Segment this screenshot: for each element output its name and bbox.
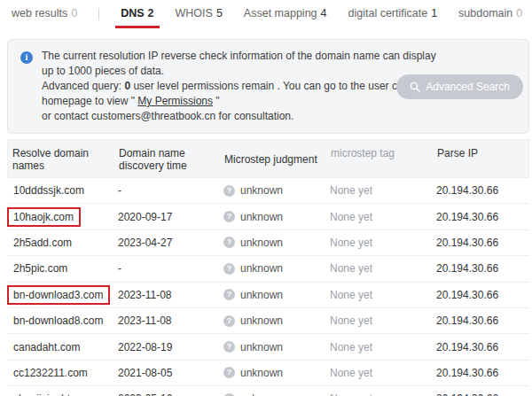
domain-link[interactable]: chaojiqianht.com	[7, 389, 100, 396]
question-mark-icon: ?	[223, 211, 235, 222]
judgment-cell: ?unknown	[223, 314, 330, 327]
tab-web-results[interactable]: web results0	[12, 0, 77, 28]
domain-link[interactable]: bn-download8.com	[7, 311, 110, 330]
my-permissions-link[interactable]: My Permissions	[137, 95, 213, 107]
table-row: 10haojk.com2020-09-17?unknownNone yet20.…	[7, 204, 529, 229]
table-body: 10dddssjk.com-?unknownNone yet20.194.30.…	[7, 178, 529, 396]
judgment-cell: ?unknown	[223, 211, 330, 223]
discovery-date-cell: -	[118, 184, 223, 197]
parse-ip-cell: 20.194.30.66	[436, 392, 529, 396]
parse-ip-cell: 20.194.30.66	[436, 184, 529, 197]
judgment-cell: ?unknown	[223, 392, 330, 396]
tab-label: WHOIS	[176, 7, 213, 19]
tab-count: 0	[71, 7, 77, 19]
notice-box: i The current resolution IP reverse chec…	[7, 39, 529, 134]
judgment-cell: ?unknown	[223, 237, 330, 249]
header-microstep-tag: microstep tag	[331, 147, 437, 172]
judgment-cell: ?unknown	[223, 341, 330, 353]
search-icon	[410, 82, 420, 92]
judgment-label: unknown	[240, 314, 283, 327]
tab-whois[interactable]: WHOIS5	[176, 0, 223, 28]
table-row: canadaht.com2022-08-19?unknownNone yet20…	[7, 334, 529, 360]
advanced-search-label: Advanced Search	[426, 81, 510, 93]
header-resolve-domain-names: Resolve domain names	[12, 147, 119, 172]
microstep-tag-cell: None yet	[330, 367, 436, 379]
dns-results-table: Resolve domain names Domain name discove…	[7, 139, 529, 396]
parse-ip-cell: 20.194.30.66	[436, 314, 529, 327]
domain-cell: chaojiqianht.com	[12, 389, 118, 396]
judgment-label: unknown	[240, 184, 283, 197]
microstep-tag-cell: None yet	[330, 314, 436, 327]
table-row: 10dddssjk.com-?unknownNone yet20.194.30.…	[7, 178, 529, 204]
domain-link-highlight-box[interactable]: bn-download3.com	[7, 285, 110, 305]
tab-count: 0	[516, 7, 522, 19]
discovery-date-cell: 2023-11-08	[118, 314, 223, 327]
header-microstep-judgment: Microstep judgment	[224, 147, 331, 172]
discovery-date-cell: -	[118, 262, 223, 275]
domain-cell: 10dddssjk.com	[12, 181, 118, 200]
notice-line-2: Advanced query: 0 user level permissions…	[42, 79, 440, 109]
domain-cell: 10haojk.com	[12, 207, 118, 227]
discovery-date-cell: 2023-05-16	[118, 392, 223, 396]
domain-cell: 2h5pic.com	[12, 259, 118, 278]
parse-ip-cell: 20.194.30.66	[436, 367, 529, 379]
table-row: 2h5pic.com-?unknownNone yet20.194.30.66	[7, 256, 529, 282]
tab-label: digital certificate	[348, 7, 428, 19]
domain-cell: cc1232211.com	[12, 363, 118, 383]
tab-dns[interactable]: DNS2	[121, 0, 153, 28]
judgment-label: unknown	[240, 367, 283, 379]
microstep-tag-cell: None yet	[330, 341, 436, 353]
domain-link[interactable]: canadaht.com	[7, 338, 87, 357]
tab-label: web results	[12, 7, 67, 19]
domain-link[interactable]: cc1232211.com	[7, 363, 95, 383]
domain-cell: canadaht.com	[12, 338, 118, 357]
table-row: 2h5add.com2023-04-27?unknownNone yet20.1…	[7, 230, 529, 256]
judgment-cell: ?unknown	[223, 262, 330, 275]
judgment-label: unknown	[240, 211, 283, 223]
table-row: cc1232211.com2021-08-05?unknownNone yet2…	[7, 361, 529, 386]
tab-count: 2	[148, 7, 154, 19]
question-mark-icon: ?	[223, 367, 235, 378]
judgment-label: unknown	[240, 237, 283, 249]
parse-ip-cell: 20.194.30.66	[436, 211, 529, 223]
tab-label: Asset mapping	[244, 7, 317, 19]
domain-link[interactable]: 2h5pic.com	[7, 259, 74, 278]
table-header-row: Resolve domain names Domain name discove…	[7, 139, 529, 178]
question-mark-icon: ?	[223, 237, 235, 248]
domain-cell: bn-download8.com	[12, 311, 118, 330]
table-row: chaojiqianht.com2023-05-16?unknownNone y…	[7, 386, 529, 396]
question-mark-icon: ?	[223, 315, 235, 327]
tab-count: 4	[321, 7, 327, 19]
header-domain-discovery-time: Domain name discovery time	[119, 147, 224, 172]
table-row: bn-download8.com2023-11-08?unknownNone y…	[7, 308, 529, 334]
result-tab-bar: web results0DNS2WHOIS5Asset mapping4digi…	[0, 0, 532, 28]
header-parse-ip: Parse IP	[437, 147, 528, 172]
question-mark-icon: ?	[223, 185, 235, 197]
domain-link-highlight-box[interactable]: 10haojk.com	[7, 207, 81, 227]
tab-asset-mapping[interactable]: Asset mapping4	[244, 0, 327, 28]
parse-ip-cell: 20.194.30.66	[436, 237, 529, 249]
discovery-date-cell: 2022-08-19	[118, 341, 223, 353]
judgment-cell: ?unknown	[223, 184, 330, 197]
judgment-label: unknown	[240, 341, 283, 353]
tab-count: 1	[431, 7, 437, 19]
tab-subdomain[interactable]: subdomain0	[458, 0, 522, 28]
microstep-tag-cell: None yet	[330, 184, 436, 197]
question-mark-icon: ?	[223, 289, 235, 300]
tab-digital-certificate[interactable]: digital certificate1	[348, 0, 438, 28]
domain-link[interactable]: 2h5add.com	[7, 233, 79, 252]
judgment-label: unknown	[240, 289, 283, 301]
notice-line-3: or contact customers@threatbook.cn for c…	[42, 109, 440, 124]
info-icon: i	[20, 51, 33, 64]
domain-cell: 2h5add.com	[12, 233, 118, 252]
discovery-date-cell: 2023-11-08	[118, 289, 223, 301]
question-mark-icon: ?	[223, 263, 235, 275]
microstep-tag-cell: None yet	[330, 289, 436, 301]
judgment-cell: ?unknown	[223, 367, 330, 379]
parse-ip-cell: 20.194.30.66	[436, 289, 529, 301]
discovery-date-cell: 2023-04-27	[118, 237, 223, 249]
advanced-search-button[interactable]: Advanced Search	[396, 74, 523, 99]
table-row: bn-download3.com2023-11-08?unknownNone y…	[7, 283, 529, 308]
domain-link[interactable]: 10dddssjk.com	[7, 181, 91, 200]
tab-count: 5	[216, 7, 223, 19]
